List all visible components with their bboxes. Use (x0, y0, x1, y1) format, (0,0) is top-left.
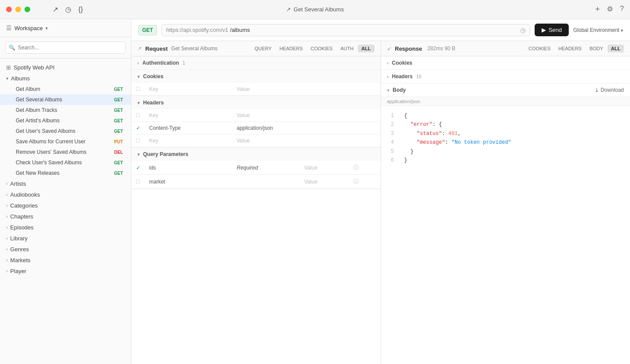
response-cookies-header[interactable]: › Cookies (381, 56, 630, 70)
query-key-ids[interactable]: ids (145, 161, 232, 175)
header-value-1[interactable]: Value (232, 109, 381, 122)
folder-chapters[interactable]: › Chapters (0, 211, 131, 222)
send-button[interactable]: ▶ Send (535, 24, 569, 36)
workspace-label: Workspace (14, 25, 43, 31)
table-row: ☐ Key Value (131, 135, 381, 147)
help-icon[interactable]: ? (620, 5, 624, 14)
url-bar: GET https://api.spotify.com/v1 /albums ◷… (131, 19, 630, 41)
cookie-value-placeholder[interactable]: Value (232, 83, 381, 96)
folder-episodes-chevron-icon: › (6, 225, 7, 230)
method-badge-check: GET (112, 160, 125, 166)
request-get-users-saved-albums[interactable]: Get User's Saved Albums GET (0, 126, 131, 136)
method-badge-get: GET (112, 87, 125, 92)
folder-categories[interactable]: › Categories (0, 200, 131, 211)
folder-markets[interactable]: › Markets (0, 255, 131, 266)
header-check-2-icon[interactable]: ✓ (136, 125, 140, 131)
request-remove-saved-albums[interactable]: Remove Users' Saved Albums DEL (0, 147, 131, 157)
request-panel-title: Request (145, 45, 168, 52)
tab-all-req[interactable]: ALL (358, 45, 374, 52)
folder-player[interactable]: › Player (0, 266, 131, 277)
url-history-icon[interactable]: ◷ (520, 27, 525, 34)
request-check-saved-albums[interactable]: Check User's Saved Albums GET (0, 157, 131, 168)
request-get-new-releases[interactable]: Get New Releases GET (0, 168, 131, 178)
global-environment-selector[interactable]: Global Environment ▾ (573, 27, 623, 33)
maximize-button[interactable] (24, 7, 30, 12)
query-uncheck-market-icon[interactable]: ☐ (136, 179, 140, 185)
response-headers-header[interactable]: › Headers 15 (381, 70, 630, 83)
folder-categories-chevron-icon: › (6, 203, 7, 208)
info-market-icon[interactable]: ⓘ (354, 178, 359, 184)
headers-section-header[interactable]: ▾ Headers (131, 96, 381, 109)
request-panel-header: ↗ Request Get Several Albums QUERY HEADE… (131, 41, 381, 56)
tab-headers-req[interactable]: HEADERS (276, 45, 306, 52)
sidebar: ☰ Workspace ▾ 🔍 ⊞ Spotify Web API (0, 19, 131, 364)
tab-headers-resp[interactable]: HEADERS (555, 45, 585, 52)
close-button[interactable] (6, 7, 12, 12)
request-get-several-albums[interactable]: Get Several Albums GET (0, 94, 131, 105)
cookie-key-placeholder[interactable]: Key (145, 83, 232, 96)
query-params-section-header[interactable]: ▾ Query Parameters (131, 148, 381, 161)
authentication-section-header[interactable]: › Authentication 1 (131, 56, 381, 69)
code-icon[interactable]: {} (78, 6, 83, 14)
titlebar-app-icons: ↗ ◷ {} (52, 5, 83, 14)
folder-library-label: Library (10, 235, 28, 242)
header-value-3[interactable]: Value (232, 135, 381, 147)
cookies-section-header[interactable]: ▾ Cookies (131, 70, 381, 83)
request-remove-saved-albums-label: Remove Users' Saved Albums (16, 149, 87, 155)
sidebar-header[interactable]: ☰ Workspace ▾ (0, 19, 131, 37)
history-icon[interactable]: ◷ (65, 5, 71, 14)
tab-all-resp[interactable]: ALL (608, 45, 624, 52)
tab-cookies-req[interactable]: COOKIES (307, 45, 336, 52)
tab-query[interactable]: QUERY (251, 45, 275, 52)
request-get-album-tracks[interactable]: Get Album Tracks GET (0, 105, 131, 115)
request-get-artists-albums[interactable]: Get Artist's Albums GET (0, 115, 131, 126)
header-content-type-value[interactable]: application/json (232, 122, 381, 135)
query-value-ids[interactable]: Value (300, 161, 349, 175)
info-ids-icon[interactable]: ⓘ (354, 164, 359, 170)
window-controls (6, 7, 30, 12)
search-wrapper: 🔍 (5, 42, 126, 54)
folder-chapters-chevron-icon: › (6, 214, 7, 219)
cookies-section: ▾ Cookies ☐ Key Value (131, 70, 381, 96)
sidebar-tree: ⊞ Spotify Web API ▾ Albums Get Album GET (0, 59, 131, 364)
folder-audiobooks[interactable]: › Audiobooks (0, 189, 131, 200)
folder-library[interactable]: › Library (0, 233, 131, 244)
uncheck-icon[interactable]: ☐ (136, 86, 140, 92)
folder-player-chevron-icon: › (6, 269, 7, 274)
header-key-1[interactable]: Key (145, 109, 232, 122)
settings-icon[interactable]: ⚙ (607, 5, 613, 14)
header-key-3[interactable]: Key (145, 135, 232, 147)
query-check-ids-icon[interactable]: ✓ (136, 165, 140, 171)
tab-body-resp[interactable]: BODY (586, 45, 606, 52)
tab-auth[interactable]: AUTH (337, 45, 357, 52)
environment-label: Global Environment (573, 27, 619, 33)
folder-artists[interactable]: › Artists (0, 178, 131, 189)
query-key-market[interactable]: market (145, 175, 232, 189)
folder-albums-header[interactable]: ▾ Albums (0, 73, 131, 84)
request-get-new-releases-label: Get New Releases (16, 170, 60, 176)
plus-icon[interactable]: + (595, 5, 600, 14)
minimize-button[interactable] (15, 7, 21, 12)
table-row: ✓ Content-Type application/json (131, 122, 381, 135)
folder-albums-children: Get Album GET Get Several Albums GET Get… (0, 84, 131, 178)
tab-cookies-resp[interactable]: COOKIES (525, 45, 554, 52)
url-input-area[interactable]: https://api.spotify.com/v1 /albums ◷ (161, 24, 530, 36)
request-save-albums[interactable]: Save Albums for Current User PUT (0, 136, 131, 147)
collection-spotify-web-api[interactable]: ⊞ Spotify Web API (0, 62, 131, 73)
folder-genres[interactable]: › Genres (0, 244, 131, 255)
send-label: Send (549, 27, 562, 33)
header-uncheck-1-icon[interactable]: ☐ (136, 112, 140, 118)
body-collapse-icon[interactable]: ▾ (387, 88, 389, 93)
header-content-type[interactable]: Content-Type (145, 122, 232, 135)
header-uncheck-3-icon[interactable]: ☐ (136, 138, 140, 144)
folder-episodes[interactable]: › Episodes (0, 222, 131, 233)
request-get-album[interactable]: Get Album GET (0, 84, 131, 94)
titlebar-title: ↗ Get Several Albums (286, 6, 344, 13)
table-row: ☐ Key Value (131, 109, 381, 122)
folder-chapters-label: Chapters (10, 213, 33, 220)
query-value-market[interactable]: Value (300, 175, 349, 189)
method-tag: GET (138, 25, 157, 35)
search-input[interactable] (5, 42, 126, 54)
titlebar: ↗ ◷ {} ↗ Get Several Albums + ⚙ ? (0, 0, 630, 19)
download-button[interactable]: ⤓ Download (595, 87, 624, 93)
